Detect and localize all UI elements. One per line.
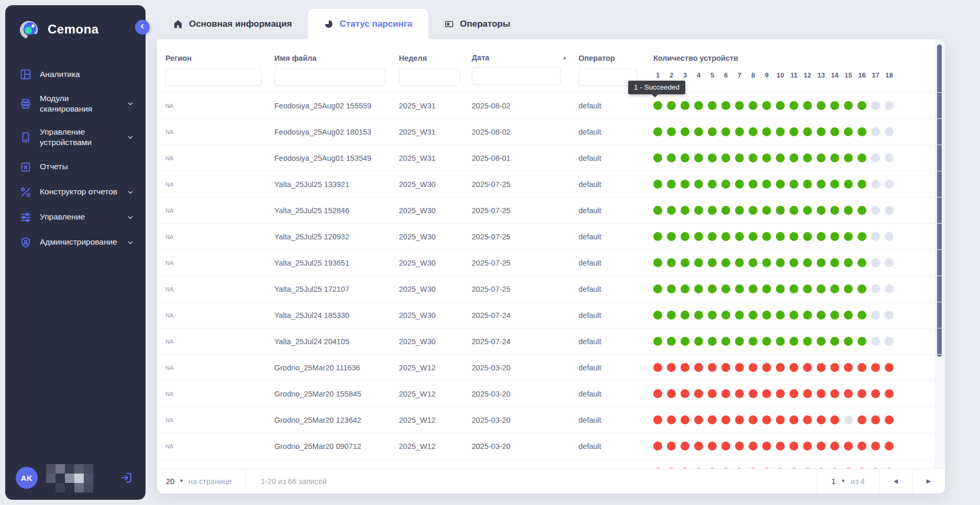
status-dot[interactable] <box>694 284 703 293</box>
status-dot[interactable] <box>817 127 826 136</box>
status-dot[interactable] <box>871 232 880 241</box>
status-dot[interactable] <box>653 232 662 241</box>
status-dot[interactable] <box>762 415 771 424</box>
status-dot[interactable] <box>885 415 894 424</box>
status-dot[interactable] <box>776 180 785 189</box>
status-dot[interactable] <box>776 415 785 424</box>
status-dot[interactable] <box>653 389 662 398</box>
status-dot[interactable] <box>803 284 812 293</box>
status-dot[interactable] <box>803 363 812 372</box>
status-dot[interactable] <box>667 311 676 320</box>
status-dot[interactable] <box>776 363 785 372</box>
sidebar-item-1[interactable]: Аналитика <box>5 62 146 87</box>
device-number[interactable]: 8 <box>749 71 758 79</box>
status-dot[interactable] <box>762 180 771 189</box>
status-dot[interactable] <box>830 232 839 241</box>
status-dot[interactable] <box>885 180 894 189</box>
status-dot[interactable] <box>653 415 662 424</box>
status-dot[interactable] <box>844 153 853 162</box>
status-dot[interactable] <box>830 311 839 320</box>
device-number[interactable]: 10 <box>776 71 785 79</box>
status-dot[interactable] <box>762 258 771 267</box>
status-dot[interactable] <box>749 127 758 136</box>
status-dot[interactable] <box>885 284 894 293</box>
status-dot[interactable] <box>858 232 866 241</box>
status-dot[interactable] <box>708 415 717 424</box>
status-dot[interactable] <box>721 337 730 346</box>
status-dot[interactable] <box>681 442 689 451</box>
status-dot[interactable] <box>789 284 798 293</box>
status-dot[interactable] <box>858 206 866 215</box>
status-dot[interactable] <box>817 153 826 162</box>
status-dot[interactable] <box>858 258 866 267</box>
status-dot[interactable] <box>762 153 771 162</box>
status-dot[interactable] <box>735 311 744 320</box>
sidebar-item-7[interactable]: Администрирование <box>5 230 146 255</box>
status-dot[interactable] <box>776 389 785 398</box>
status-dot[interactable] <box>762 284 771 293</box>
status-dot[interactable] <box>681 232 689 241</box>
status-dot[interactable] <box>844 363 853 372</box>
status-dot[interactable] <box>653 311 662 320</box>
status-dot[interactable] <box>803 127 812 136</box>
status-dot[interactable] <box>667 232 676 241</box>
status-dot[interactable] <box>885 258 894 267</box>
status-dot[interactable] <box>653 206 662 215</box>
status-dot[interactable] <box>749 153 758 162</box>
status-dot[interactable] <box>789 363 798 372</box>
status-dot[interactable] <box>871 101 880 110</box>
status-dot[interactable] <box>817 389 826 398</box>
status-dot[interactable] <box>776 337 785 346</box>
status-dot[interactable] <box>762 442 771 451</box>
status-dot[interactable] <box>817 442 826 451</box>
status-dot[interactable] <box>844 206 853 215</box>
status-dot[interactable] <box>721 415 730 424</box>
status-dot[interactable] <box>721 389 730 398</box>
device-number[interactable]: 3 <box>681 71 689 79</box>
status-dot[interactable] <box>844 180 853 189</box>
status-dot[interactable] <box>708 442 717 451</box>
status-dot[interactable] <box>735 180 744 189</box>
status-dot[interactable] <box>708 337 717 346</box>
status-dot[interactable] <box>681 311 689 320</box>
status-dot[interactable] <box>844 232 853 241</box>
status-dot[interactable] <box>858 101 866 110</box>
next-page-button[interactable]: ▶ <box>912 469 945 493</box>
status-dot[interactable] <box>776 258 785 267</box>
status-dot[interactable] <box>735 232 744 241</box>
status-dot[interactable] <box>789 127 798 136</box>
prev-page-button[interactable]: ◀ <box>879 469 912 493</box>
status-dot[interactable] <box>871 180 880 189</box>
status-dot[interactable] <box>858 363 866 372</box>
status-dot[interactable] <box>871 415 880 424</box>
status-dot[interactable] <box>871 258 880 267</box>
status-dot[interactable] <box>858 415 866 424</box>
status-dot[interactable] <box>694 232 703 241</box>
region-filter-input[interactable] <box>165 68 262 86</box>
device-number[interactable]: 1 <box>653 71 662 79</box>
status-dot[interactable] <box>871 337 880 346</box>
device-number[interactable]: 15 <box>844 71 853 79</box>
sort-asc-icon[interactable]: ▲ <box>562 56 567 60</box>
status-dot[interactable] <box>694 389 703 398</box>
device-number[interactable]: 4 <box>694 71 703 79</box>
status-dot[interactable] <box>803 389 812 398</box>
status-dot[interactable] <box>776 153 785 162</box>
status-dot[interactable] <box>776 127 785 136</box>
region-column-label[interactable]: Регион <box>165 54 192 62</box>
status-dot[interactable] <box>871 442 880 451</box>
status-dot[interactable] <box>776 442 785 451</box>
status-dot[interactable] <box>803 337 812 346</box>
status-dot[interactable] <box>708 206 717 215</box>
status-dot[interactable] <box>681 180 689 189</box>
status-dot[interactable] <box>885 153 894 162</box>
status-dot[interactable] <box>653 101 662 110</box>
device-number[interactable]: 11 <box>789 71 798 79</box>
status-dot[interactable] <box>789 337 798 346</box>
status-dot[interactable] <box>694 153 703 162</box>
device-number[interactable]: 7 <box>735 71 744 79</box>
status-dot[interactable] <box>681 363 689 372</box>
device-number[interactable]: 6 <box>721 71 730 79</box>
status-dot[interactable] <box>721 311 730 320</box>
device-number[interactable]: 16 <box>858 71 866 79</box>
